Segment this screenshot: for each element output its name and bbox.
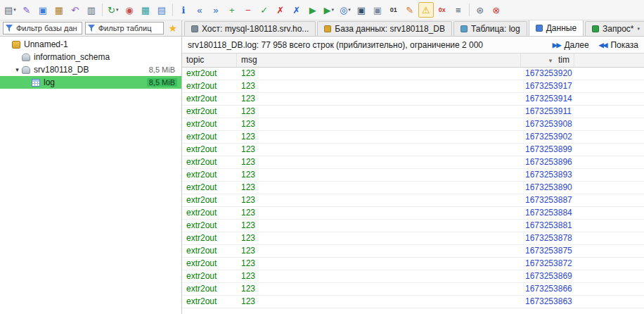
cell-topic[interactable]: extr2out — [182, 232, 237, 244]
cell-tim[interactable]: 1673253869 — [521, 270, 574, 282]
database-filter[interactable] — [3, 22, 82, 34]
next-rows-button[interactable]: ▶▶ Далее — [553, 40, 589, 50]
tree-item-Unnamed-1[interactable]: Unnamed-1 — [0, 38, 181, 51]
cell-tim[interactable]: 1673253920 — [521, 68, 574, 80]
find-icon[interactable]: ◎▾ — [337, 2, 353, 18]
database-filter-input[interactable] — [15, 23, 79, 33]
cell-tim[interactable]: 1673253884 — [521, 207, 574, 219]
cell-tim[interactable]: 1673253917 — [521, 80, 574, 92]
cell-topic[interactable]: extr2out — [182, 270, 237, 282]
column-header-msg[interactable]: msg — [237, 54, 521, 67]
cell-tim[interactable]: 1673253899 — [521, 144, 574, 156]
undo-icon[interactable]: ↶ — [67, 2, 83, 18]
first-record-icon[interactable]: « — [192, 2, 207, 18]
cell-tim[interactable]: 1673253908 — [521, 118, 574, 130]
cell-msg[interactable]: 123 — [237, 169, 521, 181]
cell-msg[interactable]: 123 — [237, 283, 521, 295]
run-selection-icon[interactable]: ▶▾ — [321, 2, 337, 18]
tree-item-srv180118_DB[interactable]: ▾srv180118_DB8,5 MiB — [0, 63, 181, 76]
table-row[interactable]: extr2out1231673253902 — [182, 131, 644, 144]
last-record-icon[interactable]: » — [208, 2, 224, 18]
print-icon[interactable]: ▥ — [84, 2, 99, 18]
cancel-operation-icon[interactable]: ✗ — [289, 2, 304, 18]
warning-filter-icon[interactable]: ⚠ — [418, 2, 434, 18]
cell-msg[interactable]: 123 — [237, 296, 521, 308]
table-row[interactable]: extr2out1231673253881 — [182, 220, 644, 232]
cell-topic[interactable]: extr2out — [182, 207, 237, 219]
sort-desc-icon[interactable]: ▼ — [548, 58, 553, 64]
table-row[interactable]: extr2out1231673253863 — [182, 296, 644, 308]
cell-msg[interactable]: 123 — [237, 93, 521, 105]
table-row[interactable]: extr2out1231673253914 — [182, 93, 644, 106]
stop-icon[interactable]: ⊗ — [489, 2, 504, 18]
tab-query[interactable]: Запрос*▾ — [585, 21, 644, 36]
info-icon[interactable]: ℹ — [176, 2, 191, 18]
tab-data[interactable]: Данные — [529, 20, 584, 36]
cell-tim[interactable]: 1673253881 — [521, 220, 574, 232]
tree-item-information_schema[interactable]: information_schema — [0, 51, 181, 63]
hex-view-icon[interactable]: 0x — [434, 2, 450, 18]
save-as-icon[interactable]: ▣ — [370, 2, 385, 18]
cell-msg[interactable]: 123 — [237, 270, 521, 282]
cell-topic[interactable]: extr2out — [182, 144, 237, 156]
paste-icon[interactable]: ▦ — [51, 2, 67, 18]
favorites-star-icon[interactable]: ★ — [167, 23, 179, 33]
cell-topic[interactable]: extr2out — [182, 93, 237, 105]
cell-tim[interactable]: 1673253872 — [521, 258, 574, 270]
table-tools-icon[interactable]: ▤ — [154, 2, 169, 18]
cell-topic[interactable]: extr2out — [182, 68, 237, 80]
cell-tim[interactable]: 1673253890 — [521, 182, 574, 194]
sql-log-icon[interactable]: ≡ — [451, 2, 466, 18]
cell-topic[interactable]: extr2out — [182, 220, 237, 232]
dropdown-caret-icon[interactable]: ▾ — [348, 7, 351, 13]
cell-tim[interactable]: 1673253902 — [521, 131, 574, 143]
table-row[interactable]: extr2out1231673253908 — [182, 118, 644, 131]
run-query-icon[interactable]: ▶ — [305, 2, 321, 18]
column-header-topic[interactable]: topic — [182, 54, 237, 67]
cell-topic[interactable]: extr2out — [182, 296, 237, 308]
table-row[interactable]: extr2out1231673253875 — [182, 245, 644, 258]
dropdown-caret-icon[interactable]: ▾ — [116, 7, 119, 13]
dropdown-caret-icon[interactable]: ▾ — [332, 7, 335, 13]
cell-topic[interactable]: extr2out — [182, 245, 237, 257]
post-changes-icon[interactable]: ✓ — [257, 2, 272, 18]
copy-icon[interactable]: ▣ — [35, 2, 51, 18]
cell-topic[interactable]: extr2out — [182, 118, 237, 130]
table-row[interactable]: extr2out1231673253920 — [182, 68, 644, 80]
table-row[interactable]: extr2out1231673253869 — [182, 270, 644, 283]
table-row[interactable]: extr2out1231673253917 — [182, 80, 644, 93]
session-manager-icon[interactable]: ▤▾ — [2, 2, 18, 18]
table-row[interactable]: extr2out1231673253911 — [182, 106, 644, 118]
cell-msg[interactable]: 123 — [237, 80, 521, 92]
cell-topic[interactable]: extr2out — [182, 156, 237, 168]
chevron-expanded-icon[interactable]: ▾ — [13, 66, 22, 73]
cell-topic[interactable]: extr2out — [182, 283, 237, 295]
cell-tim[interactable]: 1673253863 — [521, 296, 574, 308]
cell-topic[interactable]: extr2out — [182, 131, 237, 143]
save-icon[interactable]: ▣ — [354, 2, 369, 18]
cell-msg[interactable]: 123 — [237, 156, 521, 168]
table-row[interactable]: extr2out1231673253884 — [182, 207, 644, 220]
cell-topic[interactable]: extr2out — [182, 182, 237, 194]
column-header-tim[interactable]: ▼tim — [521, 54, 574, 67]
settings-icon[interactable]: ⊛ — [472, 2, 488, 18]
cell-msg[interactable]: 123 — [237, 68, 521, 80]
edit-icon[interactable]: ✎ — [402, 2, 418, 18]
cell-msg[interactable]: 123 — [237, 258, 521, 270]
revert-changes-icon[interactable]: ✗ — [273, 2, 288, 18]
table-filter[interactable] — [85, 22, 165, 34]
cell-tim[interactable]: 1673253875 — [521, 245, 574, 257]
user-manager-icon[interactable]: ◉ — [122, 2, 137, 18]
table-row[interactable]: extr2out1231673253866 — [182, 283, 644, 296]
table-row[interactable]: extr2out1231673253899 — [182, 144, 644, 156]
tab-dropdown-caret-icon[interactable]: ▾ — [638, 26, 640, 32]
cell-msg[interactable]: 123 — [237, 144, 521, 156]
cell-msg[interactable]: 123 — [237, 232, 521, 244]
cell-msg[interactable]: 123 — [237, 245, 521, 257]
add-record-icon[interactable]: + — [224, 2, 240, 18]
cell-msg[interactable]: 123 — [237, 220, 521, 232]
tree-item-log[interactable]: log8,5 MiB — [0, 76, 181, 89]
cell-msg[interactable]: 123 — [237, 182, 521, 194]
binary-view-icon[interactable]: 01 — [386, 2, 401, 18]
cell-topic[interactable]: extr2out — [182, 194, 237, 206]
